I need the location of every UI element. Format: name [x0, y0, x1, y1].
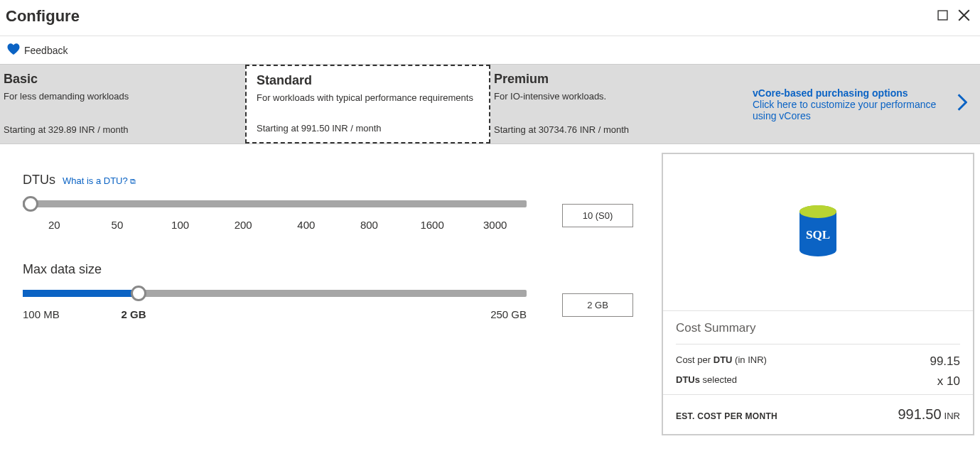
tier-title: Premium: [494, 72, 726, 87]
tier-title: Standard: [257, 73, 480, 88]
tier-standard[interactable]: Standard For workloads with typical perf…: [245, 65, 490, 143]
vcore-title: vCore-based purchasing options: [753, 87, 908, 99]
cost-per-dtu-row: Cost per DTU (in INR) 99.15: [676, 352, 960, 371]
sql-database-icon: SQL: [796, 205, 840, 260]
size-ticks: 100 MB 2 GB 250 GB: [23, 297, 527, 320]
size-label: Max data size: [23, 262, 102, 277]
close-icon[interactable]: [958, 9, 970, 23]
size-max: 250 GB: [490, 308, 527, 320]
cost-panel: SQL Cost Summary Cost per DTU (in INR) 9…: [662, 153, 974, 435]
dtus-selected-value: x 10: [937, 374, 960, 389]
heart-icon: [7, 43, 20, 57]
cost-total-row: EST. COST PER MONTH 991.50INR: [663, 394, 973, 434]
sliders-column: DTUs What is a DTU? ⧉ 20 50 100: [0, 144, 662, 435]
feedback-link[interactable]: Feedback: [0, 36, 980, 64]
tier-basic[interactable]: Basic For less demanding workloads Start…: [0, 65, 245, 143]
cost-total-label: EST. COST PER MONTH: [676, 411, 777, 421]
size-slider[interactable]: 100 MB 2 GB 250 GB: [23, 290, 527, 320]
maximize-icon[interactable]: [937, 10, 948, 23]
size-min: 100 MB: [23, 308, 60, 320]
tier-subtitle: For less demanding workloads: [4, 91, 235, 102]
page-title: Configure: [6, 7, 80, 26]
feedback-label: Feedback: [24, 45, 68, 56]
dtu-block: DTUs What is a DTU? ⧉ 20 50 100: [23, 173, 633, 231]
cost-per-dtu-value: 99.15: [930, 354, 960, 369]
config-body: DTUs What is a DTU? ⧉ 20 50 100: [0, 144, 980, 435]
dtu-value-box[interactable]: 10 (S0): [562, 204, 633, 227]
svg-text:SQL: SQL: [806, 228, 830, 242]
tier-selector: Basic For less demanding workloads Start…: [0, 64, 980, 144]
tier-price: Starting at 30734.76 INR / month: [494, 124, 726, 135]
cost-total-amount: 991.50: [898, 406, 941, 422]
dtu-help-link[interactable]: What is a DTU? ⧉: [63, 175, 136, 186]
tier-premium[interactable]: Premium For IO-intensive workloads. Star…: [490, 65, 736, 143]
dtus-selected-row: DTUs selected x 10: [676, 371, 960, 391]
dtu-label: DTUs: [23, 173, 55, 188]
blade-header: Configure: [0, 0, 980, 36]
vcore-text: vCore-based purchasing options Click her…: [753, 87, 957, 121]
cost-body: Cost Summary Cost per DTU (in INR) 99.15…: [663, 310, 973, 394]
vcore-link[interactable]: vCore-based purchasing options Click her…: [736, 65, 980, 143]
tier-title: Basic: [4, 72, 235, 87]
svg-point-2: [799, 205, 836, 218]
cost-illustration: SQL: [663, 154, 973, 310]
size-block: Max data size 100 MB 2 GB 250 GB 2 GB: [23, 262, 633, 320]
cost-summary-title: Cost Summary: [676, 321, 960, 345]
size-value-box[interactable]: 2 GB: [562, 293, 633, 317]
tier-price: Starting at 991.50 INR / month: [257, 123, 480, 134]
tier-subtitle: For IO-intensive workloads.: [494, 91, 726, 102]
chevron-right-icon: [957, 94, 967, 115]
cost-total-currency: INR: [944, 411, 960, 421]
dtu-slider[interactable]: 20 50 100 200 400 800 1600 3000: [23, 200, 527, 231]
svg-rect-0: [938, 11, 947, 20]
tier-subtitle: For workloads with typical performance r…: [257, 92, 480, 103]
external-link-icon: ⧉: [130, 177, 136, 185]
dtu-ticks: 20 50 100 200 400 800 1600 3000: [23, 207, 527, 231]
tier-price: Starting at 329.89 INR / month: [4, 124, 235, 135]
size-selected: 2 GB: [121, 308, 146, 320]
vcore-subtitle: Click here to customize your performance…: [753, 99, 936, 121]
window-controls: [937, 9, 970, 23]
slider-thumb[interactable]: [23, 196, 38, 212]
